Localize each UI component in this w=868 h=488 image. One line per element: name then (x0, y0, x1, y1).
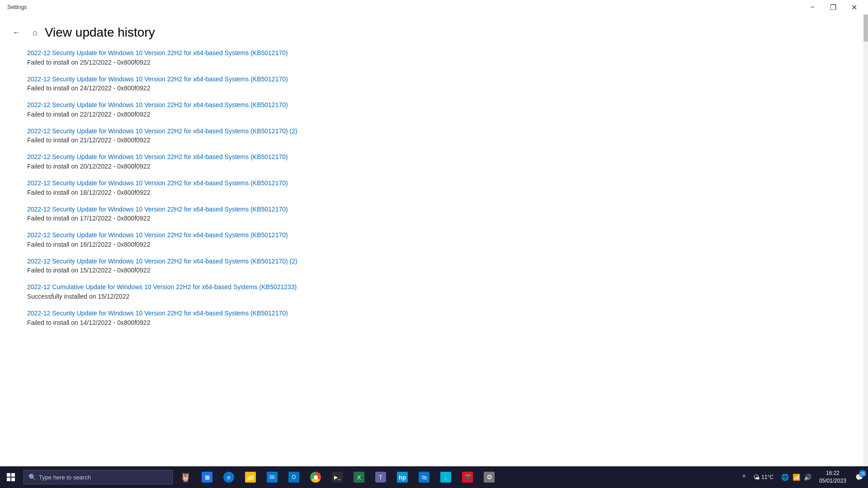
update-status-8: Failed to install on 15/12/2022 - 0x800f… (27, 267, 868, 274)
windows-quad-1 (7, 473, 10, 477)
taskbar-icon-movie[interactable]: 🎬 (457, 466, 478, 488)
update-item-5: 2022-12 Security Update for Windows 10 V… (27, 179, 868, 196)
settings-icon: ⚙ (484, 472, 495, 483)
clock[interactable]: 16:22 05/01/2023 (816, 469, 850, 485)
page-title: View update history (45, 25, 155, 40)
wifi-icon[interactable]: 📶 (791, 474, 802, 481)
network-icon[interactable]: 🌐 (780, 474, 790, 481)
update-status-5: Failed to install on 18/12/2022 - 0x800f… (27, 189, 868, 196)
explorer-icon: 📁 (245, 472, 256, 483)
update-link-5[interactable]: 2022-12 Security Update for Windows 10 V… (27, 179, 868, 188)
mail-icon: ✉ (267, 472, 278, 483)
notification-button[interactable]: 💬 26 (850, 466, 868, 488)
edge-icon: e (223, 472, 234, 483)
update-item-7: 2022-12 Security Update for Windows 10 V… (27, 231, 868, 248)
start-button[interactable] (0, 466, 22, 488)
taskbar-icon-edge[interactable]: e (218, 466, 240, 488)
notification-count: 26 (859, 470, 866, 477)
close-button[interactable]: ✕ (844, 0, 864, 14)
taskbar-icon-hp[interactable]: hp (392, 466, 413, 488)
maximize-button[interactable]: ❐ (823, 0, 844, 14)
update-status-7: Failed to install on 16/12/2022 - 0x800f… (27, 241, 868, 248)
update-link-7[interactable]: 2022-12 Security Update for Windows 10 V… (27, 231, 868, 240)
update-link-4[interactable]: 2022-12 Security Update for Windows 10 V… (27, 153, 868, 162)
taskbar-icon-chrome[interactable] (305, 466, 326, 488)
update-status-10: Failed to install on 14/12/2022 - 0x800f… (27, 319, 868, 326)
update-item-1: 2022-12 Security Update for Windows 10 V… (27, 75, 868, 92)
weather-temp: 11°C (761, 474, 774, 480)
chrome-icon (310, 472, 321, 483)
content-area: ← ⌂ View update history 2022-12 Security… (0, 14, 868, 466)
taskbar-icon-settings[interactable]: ⚙ (478, 466, 500, 488)
windows-quad-2 (11, 473, 15, 477)
update-status-4: Failed to install on 20/12/2022 - 0x800f… (27, 163, 868, 170)
taskbar-icon-widgets[interactable]: ▦ (196, 466, 218, 488)
taskbar-apps: 🦉 ▦ e 📁 ✉ O ▶_ X T (175, 466, 500, 488)
windows-icon (7, 473, 15, 481)
network-icons: 🌐 📶 🔊 (777, 474, 816, 481)
update-item-9: 2022-12 Cumulative Update for Windows 10… (27, 283, 868, 300)
clock-date: 05/01/2023 (819, 477, 846, 485)
back-button[interactable]: ← (9, 25, 24, 40)
taskbar-icon-downloader[interactable]: ↓ (435, 466, 457, 488)
update-status-6: Failed to install on 17/12/2022 - 0x800f… (27, 215, 868, 222)
taskbar-icon-terminal[interactable]: ▶_ (326, 466, 348, 488)
taskbar-icon-explorer[interactable]: 📁 (240, 466, 261, 488)
show-hidden-icons[interactable]: ^ (741, 474, 747, 481)
update-link-8[interactable]: 2022-12 Security Update for Windows 10 V… (27, 257, 868, 266)
taskbar-icon-outlook[interactable]: O (283, 466, 305, 488)
title-bar-title: Settings (7, 4, 27, 10)
update-status-3: Failed to install on 21/12/2022 - 0x800f… (27, 136, 868, 144)
update-link-0[interactable]: 2022-12 Security Update for Windows 10 V… (27, 49, 868, 58)
home-icon: ⌂ (33, 28, 38, 38)
title-bar-controls: − ❐ ✕ (802, 0, 864, 14)
update-item-0: 2022-12 Security Update for Windows 10 V… (27, 49, 868, 66)
windows-quad-4 (11, 478, 15, 481)
minimize-button[interactable]: − (802, 0, 823, 14)
update-link-2[interactable]: 2022-12 Security Update for Windows 10 V… (27, 101, 868, 110)
title-bar: Settings − ❐ ✕ (0, 0, 868, 14)
update-link-6[interactable]: 2022-12 Security Update for Windows 10 V… (27, 205, 868, 214)
update-link-1[interactable]: 2022-12 Security Update for Windows 10 V… (27, 75, 868, 84)
update-link-10[interactable]: 2022-12 Security Update for Windows 10 V… (27, 309, 868, 318)
update-item-3: 2022-12 Security Update for Windows 10 V… (27, 127, 868, 144)
update-link-9[interactable]: 2022-12 Cumulative Update for Windows 10… (27, 283, 868, 292)
taskbar-icon-excel[interactable]: X (348, 466, 370, 488)
taskbar-icon-store[interactable]: 🛍 (413, 466, 435, 488)
update-link-3[interactable]: 2022-12 Security Update for Windows 10 V… (27, 127, 868, 136)
volume-icon[interactable]: 🔊 (802, 474, 813, 481)
taskbar: 🔍 Type here to search 🦉 ▦ e 📁 ✉ O (0, 466, 868, 488)
taskbar-right: ^ 🌤 11°C 🌐 📶 🔊 16:22 05/01/2023 💬 26 (739, 466, 868, 488)
scrollbar-track (863, 14, 868, 466)
windows-quad-3 (7, 478, 10, 481)
hp-icon: hp (397, 472, 408, 483)
update-item-4: 2022-12 Security Update for Windows 10 V… (27, 153, 868, 170)
search-icon: 🔍 (28, 474, 36, 481)
clock-time: 16:22 (826, 469, 840, 477)
taskbar-icon-cortana[interactable]: 🦉 (175, 466, 196, 488)
terminal-icon: ▶_ (332, 472, 343, 483)
movie-icon: 🎬 (462, 472, 473, 483)
update-status-0: Failed to install on 25/12/2022 - 0x800f… (27, 59, 868, 66)
outlook-icon: O (288, 472, 299, 483)
store-icon: 🛍 (419, 472, 429, 483)
weather-widget[interactable]: 🌤 11°C (750, 474, 777, 481)
page-header: ← ⌂ View update history (0, 14, 868, 49)
system-tray: ^ (739, 474, 750, 481)
search-placeholder: Type here to search (39, 474, 91, 481)
update-status-2: Failed to install on 22/12/2022 - 0x800f… (27, 111, 868, 118)
excel-icon: X (354, 472, 364, 483)
update-status-9: Successfully installed on 15/12/2022 (27, 293, 868, 300)
update-item-2: 2022-12 Security Update for Windows 10 V… (27, 101, 868, 118)
search-bar[interactable]: 🔍 Type here to search (24, 470, 173, 484)
widgets-icon: ▦ (202, 472, 212, 483)
title-bar-left: Settings (4, 4, 27, 10)
update-item-8: 2022-12 Security Update for Windows 10 V… (27, 257, 868, 274)
scrollbar-thumb[interactable] (863, 14, 868, 42)
taskbar-icon-teams[interactable]: T (370, 466, 392, 488)
update-item-6: 2022-12 Security Update for Windows 10 V… (27, 205, 868, 222)
update-item-10: 2022-12 Security Update for Windows 10 V… (27, 309, 868, 326)
update-list: 2022-12 Security Update for Windows 10 V… (0, 49, 868, 344)
downloader-icon: ↓ (440, 472, 451, 483)
taskbar-icon-mail[interactable]: ✉ (261, 466, 283, 488)
